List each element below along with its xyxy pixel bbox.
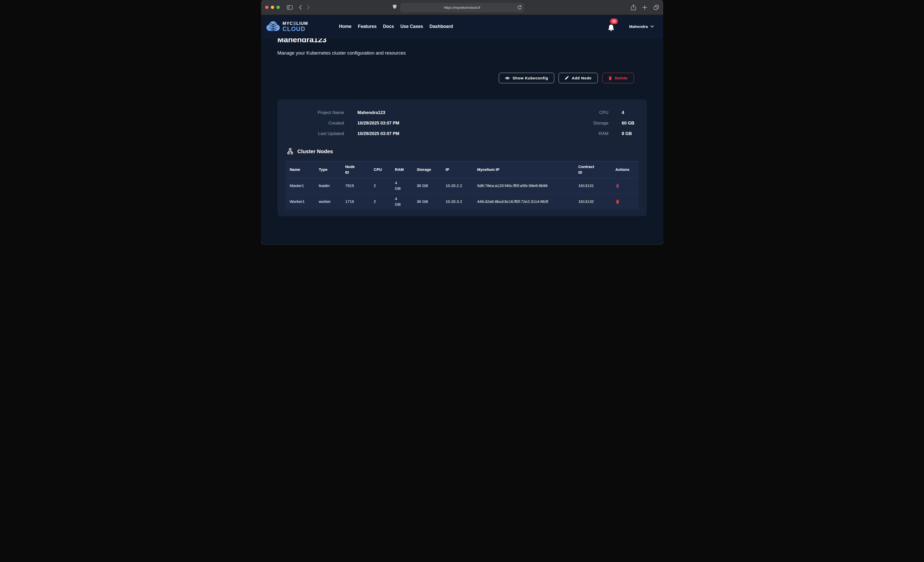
nav-link-use-cases[interactable]: Use Cases	[400, 24, 423, 29]
cell-actions	[611, 194, 638, 209]
minimize-window-button[interactable]	[271, 6, 274, 9]
project-info-left: Project Name Mahendra123 Created 10/29/2…	[290, 110, 453, 136]
cell-contract-id: 1613131	[574, 178, 611, 194]
forward-icon[interactable]	[307, 5, 310, 10]
cell-ip: 10.20.3.2	[441, 194, 473, 209]
bell-icon	[608, 24, 615, 32]
pencil-icon	[565, 76, 569, 80]
show-kubeconfig-label: Show Kubeconfig	[513, 76, 548, 80]
eye-icon	[505, 76, 510, 81]
nav-link-docs[interactable]: Docs	[383, 24, 394, 29]
table-row: Worker1 worker 1715 2 4 GB 30 GB 10.20.3…	[286, 194, 639, 209]
last-updated-label: Last Updated	[318, 131, 344, 136]
add-node-button[interactable]: Add Node	[558, 73, 597, 83]
storage-label: Storage	[593, 121, 609, 126]
close-window-button[interactable]	[265, 6, 268, 9]
cell-storage: 30 GB	[412, 194, 441, 209]
cpu-value: 4	[622, 110, 634, 115]
user-name: Mahendra	[629, 24, 648, 29]
cpu-label: CPU	[599, 110, 608, 115]
nav-links: Home Features Docs Use Cases Dashboard	[339, 24, 453, 29]
project-info-grid: Project Name Mahendra123 Created 10/29/2…	[286, 110, 639, 136]
cell-contract-id: 1613132	[574, 194, 611, 209]
show-kubeconfig-button[interactable]: Show Kubeconfig	[499, 73, 555, 83]
table-header-row: Name Type Node ID CPU RAM Storage IP Myc…	[286, 161, 639, 178]
brand-text: MYCLIUM CLOUD	[283, 21, 308, 32]
created-label: Created	[328, 121, 344, 126]
table-row: Master1 leader 7915 2 4 GB 30 GB 10.20.2…	[286, 178, 639, 194]
col-name: Name	[286, 161, 315, 178]
sidebar-toggle-icon[interactable]	[287, 5, 292, 10]
reload-icon[interactable]	[517, 5, 522, 10]
back-icon[interactable]	[299, 5, 302, 10]
chrome-right-icons	[631, 4, 659, 10]
trash-icon	[616, 184, 620, 188]
project-name-label: Project Name	[318, 110, 344, 115]
cell-ram: 4 GB	[391, 194, 412, 209]
traffic-lights	[265, 6, 280, 9]
browser-chrome: https://myceliumcloud.tf	[261, 0, 663, 15]
nav-link-dashboard[interactable]: Dashboard	[429, 24, 453, 29]
tab-overview-icon[interactable]	[654, 4, 659, 10]
new-tab-icon[interactable]	[642, 5, 647, 10]
share-icon[interactable]	[631, 4, 636, 10]
last-updated-value: 10/29/2025 03:07 PM	[357, 131, 399, 136]
brand-cloud: CLOUD	[283, 26, 308, 32]
col-cpu: CPU	[369, 161, 391, 178]
project-info-card: Project Name Mahendra123 Created 10/29/2…	[278, 99, 647, 216]
col-mycelium-ip: Mycelium IP	[473, 161, 574, 178]
trash-icon	[616, 200, 620, 204]
cell-type: leader	[315, 178, 341, 194]
trash-icon	[608, 76, 612, 80]
brand-logo[interactable]: MYCLIUM CLOUD	[266, 21, 308, 33]
nav-link-home[interactable]: Home	[339, 24, 352, 29]
storage-value: 60 GB	[622, 121, 634, 126]
cell-ram: 4 GB	[391, 178, 412, 194]
address-bar[interactable]: https://myceliumcloud.tf	[400, 3, 524, 12]
zoom-window-button[interactable]	[276, 6, 280, 9]
delete-node-button[interactable]	[615, 183, 620, 188]
cell-mycelium-ip: 5d8:78ea:a120:f40c:ff0f:a5fe:99e6:8b96	[473, 178, 574, 194]
cell-name: Master1	[286, 178, 315, 194]
sitemap-icon	[287, 148, 294, 154]
cell-node-id: 1715	[341, 194, 369, 209]
col-ram: RAM	[391, 161, 412, 178]
notifications-bell[interactable]: 11	[607, 21, 616, 32]
cluster-nodes-header: Cluster Nodes	[287, 148, 639, 154]
brand-lium: LIUM	[296, 21, 308, 25]
cell-actions	[611, 178, 638, 194]
logo-e-glyph	[293, 22, 296, 25]
ram-label: RAM	[599, 131, 609, 136]
project-info-right: CPU 4 Storage 60 GB RAM 8 GB	[452, 110, 634, 136]
cluster-actions: Show Kubeconfig Add Node Delete	[278, 73, 647, 83]
cell-type: worker	[315, 194, 341, 209]
add-node-label: Add Node	[572, 76, 591, 80]
cluster-nodes-table: Name Type Node ID CPU RAM Storage IP Myc…	[286, 161, 639, 209]
notification-count-badge: 11	[610, 18, 618, 24]
privacy-shield-icon	[392, 4, 397, 10]
delete-label: Delete	[615, 76, 628, 80]
cell-name: Worker1	[286, 194, 315, 209]
delete-cluster-button[interactable]: Delete	[602, 73, 634, 83]
created-value: 10/29/2025 03:07 PM	[357, 121, 399, 126]
user-menu[interactable]: Mahendra	[629, 24, 654, 29]
brand-myc: MYC	[283, 21, 293, 25]
cell-node-id: 7915	[341, 178, 369, 194]
delete-node-button[interactable]	[615, 199, 620, 204]
col-storage: Storage	[412, 161, 441, 178]
cell-storage: 30 GB	[412, 178, 441, 194]
project-name-value: Mahendra123	[357, 110, 399, 115]
nav-link-features[interactable]: Features	[358, 24, 376, 29]
cell-cpu: 2	[369, 178, 391, 194]
mycelium-cloud-logo-icon	[266, 21, 280, 33]
site-navbar: MYCLIUM CLOUD Home Features Docs Use Cas…	[261, 15, 663, 39]
col-contract-id: Contract ID	[574, 161, 611, 178]
col-ip: IP	[441, 161, 473, 178]
col-type: Type	[315, 161, 341, 178]
cluster-nodes-title: Cluster Nodes	[297, 148, 333, 154]
cell-mycelium-ip: 446:d2a6:8bcd:8c16:ff0f:72e2:3114:863f	[473, 194, 574, 209]
browser-window: https://myceliumcloud.tf	[261, 0, 663, 245]
cell-cpu: 2	[369, 194, 391, 209]
page-subtitle: Manage your Kubernetes cluster configura…	[278, 50, 647, 56]
ram-value: 8 GB	[622, 131, 634, 136]
